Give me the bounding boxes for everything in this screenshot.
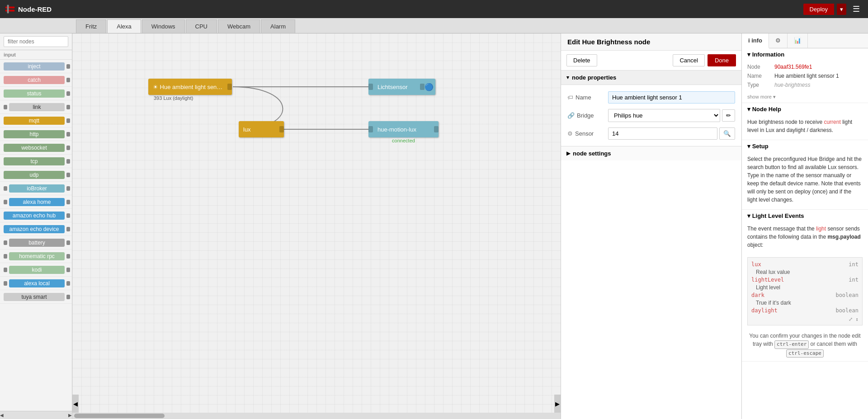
- info-information-header[interactable]: ▾ Information: [742, 48, 868, 61]
- info-light-events-section: ▾ Light Level Events The event message t…: [742, 210, 868, 362]
- info-light-events-label: Light Level Events: [752, 212, 804, 219]
- name-input[interactable]: [608, 91, 735, 104]
- node-item-inject[interactable]: inject: [0, 60, 72, 73]
- cancel-button[interactable]: Cancel: [673, 54, 704, 66]
- info-light-events-chevron: ▾: [747, 212, 750, 219]
- topbar-left: Node-RED: [5, 4, 52, 14]
- node-item-udp[interactable]: udp: [0, 168, 72, 182]
- edit-panel-header: Edit Hue Brightness node: [561, 33, 741, 51]
- help-light-span: light: [816, 226, 826, 232]
- node-port-amazon-echo-hub-right: [66, 213, 70, 218]
- node-port-iobroker-left: [4, 186, 7, 191]
- delete-button[interactable]: Delete: [566, 54, 597, 66]
- bridge-icon: 🔗: [567, 112, 575, 119]
- topbar-right: Deploy ▾ ☰: [803, 2, 863, 16]
- node-item-homematic-rpc[interactable]: homematic rpc: [0, 250, 72, 263]
- node-badge-battery: battery: [9, 239, 65, 247]
- show-more-button[interactable]: show more ▾: [742, 93, 868, 103]
- canvas-hscrollbar[interactable]: [72, 413, 561, 419]
- deploy-arrow-button[interactable]: ▾: [837, 4, 846, 15]
- info-node-help-label: Node Help: [752, 106, 781, 113]
- node-port-http-right: [66, 132, 70, 137]
- tab-alexa[interactable]: Alexa: [107, 19, 141, 33]
- connections-svg: [72, 33, 561, 419]
- info-setup-header[interactable]: ▾ Setup: [742, 140, 868, 152]
- node-item-tuya-smart[interactable]: tuya smart: [0, 290, 72, 304]
- flow-node-hue-sensor[interactable]: ☀ Hue ambient light sensor 1 393 Lux (da…: [148, 79, 232, 95]
- sensor-input[interactable]: [608, 127, 717, 140]
- node-item-status[interactable]: status: [0, 87, 72, 100]
- prop-row-sensor: ⚙ Sensor 🔍: [561, 125, 741, 142]
- canvas-scroll-left-button[interactable]: ◀: [72, 395, 79, 413]
- node-item-amazon-echo-device[interactable]: amazon echo device: [0, 222, 72, 236]
- payload-desc-lightlevel: Light level: [751, 284, 859, 291]
- node-port-websocket-right: [66, 146, 70, 150]
- node-port-homematic-rpc-left: [4, 254, 7, 259]
- node-port-amazon-echo-device-right: [66, 227, 70, 231]
- flow-node-hue-motion-port-left: [368, 126, 373, 132]
- sidebar-scroll-left[interactable]: ◀: [0, 411, 4, 419]
- info-node-help-header[interactable]: ▾ Node Help: [742, 103, 868, 115]
- node-item-alexa-local[interactable]: alexa local: [0, 277, 72, 290]
- sidebar-scroll-right[interactable]: ▶: [68, 411, 72, 419]
- payload-expand-icon: ⤢ ↕: [849, 316, 859, 322]
- info-tab-icon: i: [748, 37, 750, 44]
- flow-node-hue-motion-lux-label: hue-motion-lux: [373, 126, 434, 133]
- node-item-http[interactable]: http: [0, 127, 72, 141]
- flow-node-lichtsensor-port-right: [420, 84, 425, 90]
- node-port-alexa-home-right: [66, 200, 70, 204]
- hamburger-menu-button[interactable]: ☰: [849, 2, 863, 16]
- filter-nodes-input[interactable]: [4, 36, 68, 47]
- node-port-battery-right: [66, 240, 70, 245]
- flow-node-hue-motion-lux[interactable]: hue-motion-lux connected: [368, 121, 439, 137]
- payload-row-dark: dark boolean: [751, 291, 859, 299]
- prop-label-sensor: ⚙ Sensor: [567, 130, 608, 137]
- node-settings-label: node settings: [573, 150, 611, 157]
- node-item-battery[interactable]: battery: [0, 236, 72, 250]
- node-item-tcp[interactable]: tcp: [0, 155, 72, 168]
- node-badge-http: http: [4, 130, 65, 138]
- node-port-kodi-right: [66, 268, 70, 272]
- flow-node-lichtsensor[interactable]: Lichtsensor 🔵: [368, 79, 435, 95]
- confirm-kbd2: ctrl-escape: [786, 349, 824, 358]
- tab-webcam[interactable]: Webcam: [218, 19, 260, 33]
- canvas-scroll-right-button[interactable]: ▶: [554, 395, 561, 413]
- flow-node-lichtsensor-port-left: [368, 84, 373, 90]
- tab-fritz[interactable]: Fritz: [76, 19, 106, 33]
- bridge-edit-button[interactable]: ✏: [722, 109, 735, 122]
- node-port-alexa-local-left: [4, 281, 7, 286]
- node-item-link[interactable]: link: [0, 100, 72, 114]
- node-item-kodi[interactable]: kodi: [0, 263, 72, 277]
- flow-node-lux[interactable]: lux: [239, 121, 284, 137]
- tab-alarm[interactable]: Alarm: [261, 19, 295, 33]
- tab-cpu[interactable]: CPU: [186, 19, 217, 33]
- payload-row-lightlevel: lightLevel int: [751, 276, 859, 284]
- node-settings-section[interactable]: ▶ node settings: [561, 146, 741, 160]
- node-item-websocket[interactable]: websocket: [0, 141, 72, 155]
- node-properties-section[interactable]: ▾ node properties: [561, 71, 741, 85]
- info-tab-info[interactable]: i info: [742, 33, 769, 48]
- info-tab-chart[interactable]: 📊: [788, 33, 808, 48]
- hue-motion-connected-label: connected: [392, 138, 415, 143]
- filter-input-wrapper: [0, 33, 72, 50]
- node-item-alexa-home[interactable]: alexa home: [0, 195, 72, 209]
- lichtsensor-icon: 🔵: [425, 83, 434, 91]
- info-tab-gear[interactable]: ⚙: [769, 33, 788, 48]
- prop-value-name: [608, 91, 735, 104]
- sensor-search-button[interactable]: 🔍: [719, 127, 735, 140]
- node-item-mqtt[interactable]: mqtt: [0, 114, 72, 127]
- flow-tabbar: Fritz Alexa Windows CPU Webcam Alarm: [0, 18, 868, 33]
- tab-windows[interactable]: Windows: [142, 19, 185, 33]
- node-item-catch[interactable]: catch: [0, 73, 72, 87]
- bridge-select[interactable]: Philips hue: [608, 109, 720, 122]
- prop-row-bridge: 🔗 Bridge Philips hue ✏: [561, 106, 741, 125]
- info-light-events-header[interactable]: ▾ Light Level Events: [742, 210, 868, 222]
- node-item-iobroker[interactable]: ioBroker: [0, 182, 72, 195]
- svg-rect-1: [5, 10, 15, 12]
- node-port-link-right: [66, 105, 70, 109]
- node-item-amazon-echo-hub[interactable]: amazon echo hub: [0, 209, 72, 222]
- app-logo: Node-RED: [5, 4, 52, 14]
- deploy-button[interactable]: Deploy: [803, 4, 834, 15]
- canvas-area[interactable]: ☀ Hue ambient light sensor 1 393 Lux (da…: [72, 33, 561, 419]
- done-button[interactable]: Done: [708, 54, 736, 66]
